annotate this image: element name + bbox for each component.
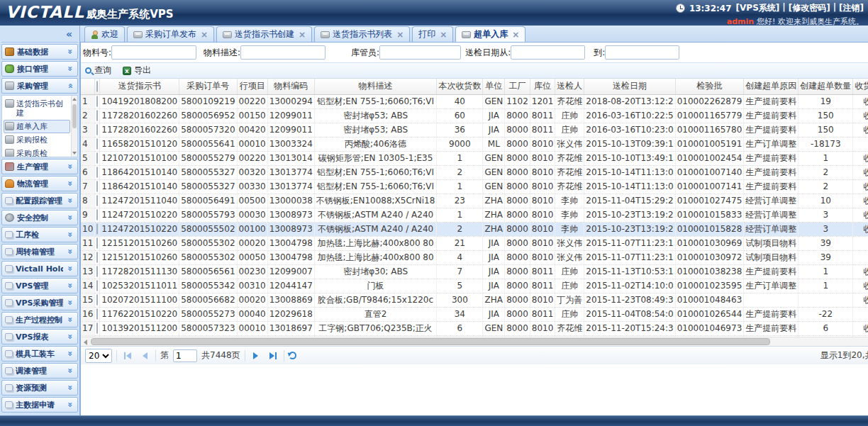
sidebar-item-master-data-apply[interactable]: 主数据申请» (1, 397, 78, 413)
column-header[interactable]: 收货超单原因 (853, 79, 868, 94)
row-checkbox[interactable] (96, 167, 98, 178)
table-row[interactable]: 31172820160226058000573200042012099011密封… (81, 123, 868, 137)
change-password-link[interactable]: [修改密码] (789, 2, 830, 14)
first-page-button[interactable] (121, 349, 134, 362)
vps-system-link[interactable]: [VPS系统] (736, 2, 780, 14)
table-row[interactable]: 41165820151012058000556410001013003324丙烯… (81, 137, 868, 151)
table-row[interactable]: 71186420151014058000553270033013013774铝型… (81, 179, 868, 194)
filter-input-inspect-date-to[interactable] (605, 45, 679, 60)
horizontal-scrollbar[interactable] (81, 337, 868, 346)
horizontal-scroll-thumb[interactable] (91, 338, 770, 345)
submenu-scrollbar[interactable] (71, 96, 77, 157)
sidebar-item-vps-mgmt[interactable]: VPS管理» (1, 278, 78, 293)
scroll-up-icon[interactable] (72, 98, 77, 101)
row-checkbox[interactable] (96, 138, 98, 150)
table-row[interactable]: 161176220151022058000552730004012029618直… (81, 307, 868, 321)
submenu-item-purchase-inspection[interactable]: 采购报检 (4, 133, 70, 147)
row-checkbox[interactable] (96, 96, 98, 107)
tab-welcome[interactable]: 欢迎 (84, 26, 125, 42)
row-checkbox[interactable] (96, 308, 98, 320)
table-row[interactable]: 171013920151120058000573230001013018697工… (81, 321, 868, 335)
sidebar-item-prod-process[interactable]: 生产过程控制» (1, 312, 78, 327)
close-tab-icon[interactable]: × (299, 31, 306, 38)
tab-over-order-inbound[interactable]: 超单入库× (455, 26, 525, 42)
export-button[interactable]: x 导出 (123, 65, 151, 77)
column-header[interactable]: 物料编码 (267, 79, 314, 94)
submenu-item-over-order-inbound[interactable]: 超单入库 (4, 120, 70, 133)
row-checkbox[interactable] (96, 280, 98, 291)
row-checkbox[interactable] (96, 294, 98, 306)
table-row[interactable]: 11041920180820058001092190022013000294铝型… (81, 94, 868, 108)
column-header[interactable]: 工厂 (505, 79, 530, 94)
column-header[interactable]: 物料描述 (314, 79, 437, 94)
tab-delivery-create[interactable]: 送货指示书创建× (216, 26, 312, 42)
sidebar-item-safety[interactable]: 安全控制» (1, 210, 78, 225)
filter-input-inspect-date-from[interactable] (511, 45, 585, 60)
column-header[interactable]: 创建超单原因 (744, 79, 799, 94)
logout-link[interactable]: [注销] (839, 2, 864, 14)
tab-print[interactable]: 打印× (412, 26, 453, 42)
submenu-item-delivery-note-create[interactable]: 送货指示书创建 (4, 97, 70, 120)
sidebar-item-resource-forecast[interactable]: 资源预测» (1, 380, 78, 396)
sidebar-item-vps-purchase[interactable]: VPS采购管理» (1, 295, 78, 310)
query-button[interactable]: 查询 (85, 65, 111, 77)
sidebar-item-logistics[interactable]: 物流管理» (1, 176, 78, 191)
table-row[interactable]: 141025320151101158000553420031012044147门… (81, 279, 868, 293)
row-checkbox[interactable] (96, 237, 98, 249)
column-header[interactable]: 本次收货数 (437, 79, 483, 94)
sidebar-item-production[interactable]: 生产管理» (1, 159, 78, 174)
column-header[interactable]: 行项目 (237, 79, 267, 94)
row-checkbox[interactable] (96, 209, 98, 220)
submenu-item-purchase-quality[interactable]: 采购质检 (4, 147, 70, 157)
previous-page-button[interactable] (138, 349, 151, 362)
row-checkbox[interactable] (96, 323, 98, 334)
collapse-sidebar-icon[interactable]: « (66, 28, 72, 40)
column-header[interactable]: 采购订单号 (179, 79, 237, 94)
column-header[interactable]: 单位 (483, 79, 505, 94)
filter-input-material-desc[interactable] (240, 45, 326, 60)
table-row[interactable]: 151020720151110058000566820002013008869胶… (81, 293, 868, 307)
close-tab-icon[interactable]: × (440, 31, 447, 38)
filter-input-material-no[interactable] (111, 45, 196, 60)
page-number-input[interactable] (173, 349, 197, 362)
sidebar-item-victall-holding[interactable]: Victall Holding» (1, 261, 78, 276)
sidebar-item-config-trace[interactable]: 配置跟踪管理» (1, 193, 78, 208)
sidebar-item-vps-report[interactable]: VPS报表» (1, 329, 78, 344)
refresh-icon[interactable] (289, 352, 296, 359)
table-row[interactable]: 61186420151014058000553270032013013774铝型… (81, 165, 868, 179)
sidebar-item-turnover-box[interactable]: 周转箱管理» (1, 244, 78, 259)
row-checkbox[interactable] (96, 223, 98, 235)
row-checkbox[interactable] (96, 266, 98, 277)
sidebar-item-purchase[interactable]: 采购管理» (1, 78, 78, 94)
close-tab-icon[interactable]: × (512, 31, 519, 38)
column-header[interactable]: 创建超单数量 (799, 79, 853, 94)
column-header[interactable]: 库位 (530, 79, 555, 94)
column-header[interactable]: 送检人 (555, 79, 584, 94)
row-checkbox[interactable] (96, 152, 98, 164)
page-size-select[interactable]: 20 (85, 349, 112, 363)
row-checkbox[interactable] (96, 252, 98, 263)
column-header[interactable]: 送货指示书 (100, 79, 179, 94)
table-row[interactable]: 101124720151022058000555020010013008973不… (81, 222, 868, 236)
row-checkbox[interactable] (96, 181, 98, 192)
last-page-button[interactable] (267, 349, 279, 362)
table-row[interactable]: 81124720151104058000564910050013000038不锈… (81, 194, 868, 208)
sidebar-item-paint-mgmt[interactable]: 调漆管理» (1, 363, 78, 379)
table-row[interactable]: 51210720151010058000552790022013013014碳钢… (81, 151, 868, 165)
tab-po-publish[interactable]: 采购订单发布× (127, 26, 214, 42)
row-checkbox[interactable] (96, 195, 98, 206)
table-row[interactable]: 91124720151022058000557930003013008973不锈… (81, 208, 868, 222)
sidebar-item-mould-cart[interactable]: 模具工装车» (1, 346, 78, 361)
sidebar-item-base-data[interactable]: 基础数据» (1, 44, 78, 60)
select-all-checkbox[interactable] (96, 81, 98, 92)
sidebar-item-interface[interactable]: 接口管理» (1, 61, 78, 77)
submenu-scroll-thumb[interactable] (72, 104, 77, 128)
table-row[interactable]: 111215120151026058000553020002013004798加… (81, 236, 868, 250)
scroll-left-icon[interactable] (84, 340, 87, 345)
table-row[interactable]: 121215120151026058000553020005013004798加… (81, 250, 868, 264)
close-tab-icon[interactable]: × (201, 31, 208, 38)
scroll-down-icon[interactable] (72, 152, 77, 155)
column-header[interactable]: 送检日期 (584, 79, 675, 94)
sidebar-item-process-check[interactable]: 工序检» (1, 227, 78, 242)
table-row[interactable]: 21172820160226058000569520015012099011密封… (81, 108, 868, 123)
